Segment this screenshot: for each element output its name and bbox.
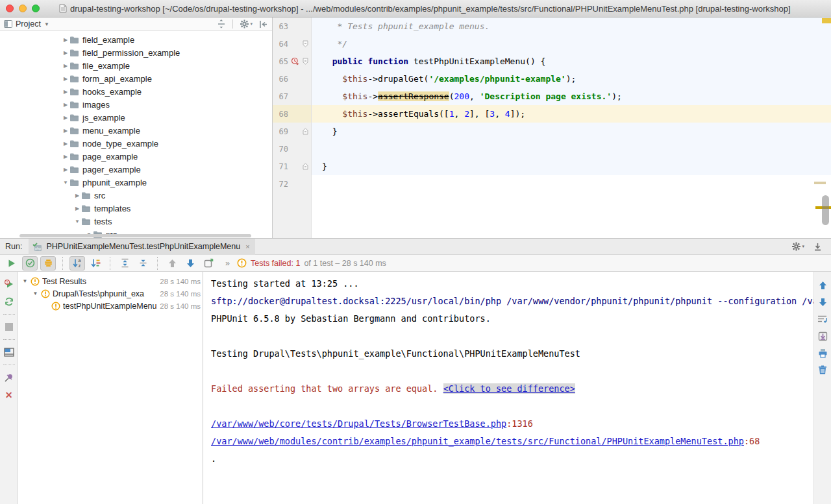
chevron-right-icon[interactable]: ▶: [62, 115, 69, 121]
code-line-text[interactable]: */: [312, 35, 831, 53]
editor-line[interactable]: 65 public function testPhpUnitExampleMen…: [273, 53, 831, 70]
previous-failed-test-button[interactable]: [164, 256, 180, 270]
hide-tool-window-icon[interactable]: [813, 243, 822, 251]
project-tree-item[interactable]: ▶field_permission_example: [0, 46, 272, 59]
code-line-text[interactable]: }: [312, 158, 831, 175]
collapse-all-icon[interactable]: [217, 19, 226, 29]
stop-button[interactable]: [2, 320, 16, 334]
fold-marker-icon[interactable]: [301, 128, 310, 135]
editor-line[interactable]: 63 * Tests phpunit_example menus.: [273, 18, 831, 35]
test-tree-row[interactable]: testPhpUnitExampleMenu28 s 140 ms: [18, 300, 203, 312]
chevrons-icon[interactable]: »: [225, 259, 230, 268]
scroll-to-end-button[interactable]: [815, 329, 830, 343]
rerun-button[interactable]: [2, 294, 16, 309]
editor-line[interactable]: 71}: [273, 158, 831, 175]
project-tree-item[interactable]: ▶file_example: [0, 59, 272, 72]
rerun-failed-tests-button[interactable]: [2, 277, 16, 291]
project-tree-item[interactable]: ▶images: [0, 98, 272, 111]
editor-line[interactable]: 72: [273, 175, 831, 193]
chevron-right-icon[interactable]: ▶: [62, 63, 69, 69]
fold-marker-icon[interactable]: [301, 58, 310, 65]
chevron-right-icon[interactable]: ▶: [62, 89, 69, 95]
chevron-right-icon[interactable]: ▶: [62, 167, 69, 173]
code-editor[interactable]: 63 * Tests phpunit_example menus.64 */65…: [273, 18, 831, 238]
show-ignored-button[interactable]: [40, 256, 56, 270]
close-tab-icon[interactable]: ×: [245, 243, 249, 250]
sort-alphabetically-button[interactable]: az: [69, 256, 85, 270]
editor-line[interactable]: 66 $this->drupalGet('/examples/phpunit-e…: [273, 70, 831, 88]
rerun-button[interactable]: [4, 256, 19, 270]
code-line-text[interactable]: }: [312, 123, 831, 140]
editor-line[interactable]: 69 }: [273, 123, 831, 140]
collapse-all-button[interactable]: [135, 256, 151, 270]
zoom-window-button[interactable]: [32, 5, 40, 12]
console-link[interactable]: <Click to see difference>: [443, 383, 575, 394]
fold-marker-icon[interactable]: [301, 163, 310, 170]
code-line-text[interactable]: public function testPhpUnitExampleMenu()…: [312, 53, 831, 70]
test-tree-row[interactable]: ▼Test Results28 s 140 ms: [18, 275, 203, 287]
test-tree-row[interactable]: ▼Drupal\Tests\phpunit_exa28 s 140 ms: [18, 287, 203, 300]
project-panel-title[interactable]: Project: [16, 19, 41, 29]
project-tree-item[interactable]: ▶menu_example: [0, 124, 272, 137]
chevron-right-icon[interactable]: ▶: [62, 76, 69, 82]
chevron-right-icon[interactable]: ▶: [62, 102, 69, 108]
chevron-down-icon[interactable]: ▼: [73, 219, 81, 224]
project-horizontal-scrollbar[interactable]: [1, 234, 271, 237]
project-tree-item[interactable]: ▶page_example: [0, 150, 272, 163]
project-tree-item[interactable]: ▶src: [0, 189, 272, 202]
project-tree-item[interactable]: ▶field_example: [0, 33, 272, 46]
code-line-text[interactable]: $this->drupalGet('/examples/phpunit-exam…: [312, 70, 831, 88]
hide-panel-icon[interactable]: [259, 20, 268, 29]
project-tree-item[interactable]: ▼phpunit_example: [0, 176, 272, 189]
export-test-results-button[interactable]: [201, 256, 216, 270]
code-line-text[interactable]: $this->assertEquals([1, 2], [3, 4]);: [312, 105, 831, 123]
chevron-right-icon[interactable]: ▶: [62, 141, 69, 147]
chevron-down-icon[interactable]: ▼: [44, 21, 49, 27]
chevron-down-icon[interactable]: ▼: [62, 180, 69, 186]
soft-wrap-button[interactable]: [815, 312, 830, 326]
gear-icon[interactable]: ▾: [791, 242, 804, 251]
chevron-right-icon[interactable]: ▶: [62, 37, 69, 43]
show-passed-button[interactable]: [22, 256, 38, 270]
project-tree-item[interactable]: ▶templates: [0, 202, 272, 215]
editor-line[interactable]: 70: [273, 140, 831, 158]
close-window-button[interactable]: [6, 5, 14, 12]
restore-layout-button[interactable]: [2, 345, 16, 359]
project-tree-item[interactable]: ▶js_example: [0, 111, 272, 124]
down-stacktrace-button[interactable]: [815, 295, 830, 309]
editor-empty-area[interactable]: [312, 193, 831, 238]
editor-line[interactable]: 64 */: [273, 35, 831, 53]
code-line-text[interactable]: [312, 140, 831, 158]
project-tree-item[interactable]: ▼tests: [0, 215, 272, 228]
project-tree-item[interactable]: ▶hooks_example: [0, 85, 272, 98]
console-link[interactable]: /var/www/web/modules/contrib/examples/ph…: [211, 436, 744, 446]
minimize-window-button[interactable]: [19, 5, 27, 12]
code-line-text[interactable]: $this->assertResponse(200, 'Description …: [312, 88, 831, 105]
next-failed-test-button[interactable]: [182, 256, 198, 270]
expand-all-button[interactable]: [117, 256, 132, 270]
pin-tab-button[interactable]: [2, 370, 16, 385]
chevron-right-icon[interactable]: ▶: [62, 50, 69, 56]
chevron-right-icon[interactable]: ▶: [62, 128, 69, 134]
gear-icon[interactable]: ▾: [240, 19, 253, 29]
project-tree-item[interactable]: ▶form_api_example: [0, 72, 272, 85]
close-button[interactable]: ✕: [2, 388, 16, 402]
code-line-text[interactable]: * Tests phpunit_example menus.: [312, 18, 831, 35]
editor-line[interactable]: 67 $this->assertResponse(200, 'Descripti…: [273, 88, 831, 105]
chevron-right-icon[interactable]: ▶: [73, 206, 81, 211]
sort-by-duration-button[interactable]: [88, 256, 103, 270]
up-stacktrace-button[interactable]: [815, 278, 830, 293]
chevron-down-icon[interactable]: ▼: [21, 278, 29, 284]
console-output[interactable]: Testing started at 13:25 ...sftp://docke…: [203, 272, 813, 504]
editor-line[interactable]: 68 $this->assertEquals([1, 2], [3, 4]);: [273, 105, 831, 123]
fold-marker-icon[interactable]: [301, 40, 310, 47]
print-button[interactable]: [815, 346, 830, 360]
chevron-right-icon[interactable]: ▶: [62, 154, 69, 160]
test-failed-clock-icon[interactable]: [288, 57, 301, 66]
project-tree-item[interactable]: ▶pager_example: [0, 163, 272, 176]
clear-console-button[interactable]: [815, 363, 830, 377]
code-line-text[interactable]: [312, 175, 831, 193]
chevron-down-icon[interactable]: ▼: [31, 291, 40, 296]
project-tree-item[interactable]: ▶node_type_example: [0, 137, 272, 150]
chevron-right-icon[interactable]: ▶: [73, 193, 81, 198]
